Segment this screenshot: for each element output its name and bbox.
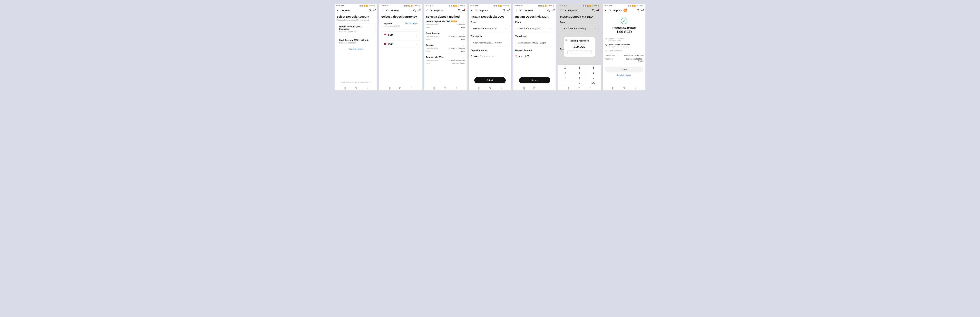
more-icon[interactable] [372,9,376,12]
android-nav-bar: ||| ◻ 〈 [513,86,556,90]
svg-point-16 [462,10,463,11]
method-wise[interactable]: Transfer via Wise Estimated Arrival5 min… [426,54,465,66]
screen-request-submitted: 18:41 ◎ ⋈ • ▧ ▨ 📶 📶 ⚡ 62%🔋 Deposit Reque… [603,4,646,90]
search-icon[interactable] [458,9,461,12]
back-button[interactable]: 〈 [365,86,368,90]
funding-history-link[interactable]: Funding History [337,48,375,50]
to-label: Transfer to [471,35,509,37]
recents-button[interactable]: ||| [344,87,346,89]
key-backspace[interactable]: ⌫ [586,80,601,86]
paynow-recent-card[interactable]: PayNow Recent Deposit(SGD) Deposit Again [381,20,420,29]
more-icon[interactable] [417,9,420,12]
home-button[interactable]: ◻ [488,87,491,89]
from-select[interactable]: DBS/POSB Bank (0042) [471,25,509,32]
account-card[interactable]: Margin Account (6732) - Securities 1008 … [337,23,375,35]
key-6[interactable]: 6 [586,70,601,75]
search-icon[interactable] [413,9,416,12]
page-title: Select a deposit currency [381,15,420,18]
from-select[interactable]: DBS/POSB Bank (0042) [515,25,554,32]
back-icon[interactable] [336,9,339,12]
key-3[interactable]: 3 [586,65,601,70]
currency-label: SGD [519,55,523,57]
flag-sg-icon [515,55,517,58]
back-button[interactable]: 〈 [410,86,412,90]
recents-button[interactable]: ||| [568,87,570,89]
method-dda[interactable]: Instant Deposit via DDAPopular Estimated… [426,18,465,30]
status-bar: 18:41 ◎ ⋈ • ▧ ▨ 📶 📶 ⚡ 62%🔋 [513,4,556,7]
back-icon[interactable] [381,9,384,12]
back-icon[interactable] [604,9,608,12]
submit-button[interactable]: Submit [474,77,506,83]
account-card[interactable]: Cash Account (9801) - Crypto 1008 2151 0… [337,37,375,46]
back-icon[interactable] [425,9,429,12]
amount-label: Deposit Amount [471,49,509,51]
method-paynow[interactable]: PayNow Estimated ArrivalNormally in 5 mi… [426,42,465,54]
numeric-keypad: 1 2 3 4 5 6 7 8 9 . 0 ⌫ [558,65,601,86]
back-button[interactable]: 〈 [544,86,547,90]
app-bar: Deposit [469,7,511,14]
home-button[interactable]: ◻ [355,87,357,89]
screen-select-currency: 18:41 ◎ ⋈ • ▧ ▨ 📶 📶 ⚡ 62%🔋 Deposit Selec… [379,4,422,90]
chevron-down-icon [550,28,552,30]
home-button[interactable]: ◻ [444,87,446,89]
more-icon[interactable] [462,9,465,12]
info-transfer-from: Transfer fromDBS/POSB Bank (0042) [605,54,643,57]
currency-card-usd[interactable]: USD [381,40,420,48]
back-button[interactable]: 〈 [455,86,457,90]
more-icon[interactable] [641,9,644,12]
close-icon[interactable] [609,9,612,12]
search-icon[interactable] [547,9,550,12]
key-5[interactable]: 5 [572,70,587,75]
key-2[interactable]: 2 [572,65,587,70]
back-button[interactable]: 〈 [500,86,502,90]
home-button[interactable]: ◻ [623,87,625,89]
recents-button[interactable]: ||| [612,87,614,89]
search-icon[interactable] [636,9,640,12]
more-icon[interactable] [551,9,555,12]
home-button[interactable]: ◻ [533,87,536,89]
search-icon[interactable] [502,9,506,12]
close-icon[interactable] [519,9,522,12]
key-7[interactable]: 7 [558,75,572,80]
submit-button[interactable]: Submit [519,77,550,83]
status-bar: 18:41 ◎ ⋈ • ▧ ▨ 📶 📶 ⚡ 62%🔋 [379,4,422,7]
applet-icon[interactable] [624,9,627,12]
timeline-dot-icon [605,50,607,52]
key-0[interactable]: 0 [572,80,587,86]
svg-point-14 [458,10,460,11]
recents-button[interactable]: ||| [523,87,525,89]
key-1[interactable]: 1 [558,65,572,70]
funding-history-link[interactable]: Funding History [605,74,643,76]
modal-close-icon[interactable]: ✕ [565,39,567,41]
close-icon[interactable] [474,9,478,12]
key-dot[interactable]: . [558,80,572,86]
close-icon[interactable] [385,9,388,12]
recents-button[interactable]: ||| [433,87,435,89]
search-icon[interactable] [368,9,371,12]
key-4[interactable]: 4 [558,70,572,75]
done-button[interactable]: Done [605,67,643,73]
home-button[interactable]: ◻ [578,87,580,89]
back-button[interactable]: 〈 [633,86,636,90]
key-9[interactable]: 9 [586,75,601,80]
svg-line-15 [460,11,460,11]
recents-button[interactable]: ||| [389,87,391,89]
currency-card-sgd[interactable]: SGD [381,31,420,38]
close-icon[interactable] [430,9,433,12]
notification-dot [420,9,421,10]
deposit-again-link[interactable]: Deposit Again [405,22,417,27]
back-icon[interactable] [515,9,518,12]
amount-input[interactable] [480,55,509,58]
recents-button[interactable]: ||| [478,87,480,89]
home-button[interactable]: ◻ [399,87,401,89]
key-8[interactable]: 8 [572,75,587,80]
more-icon[interactable] [507,9,510,12]
amount-label: Deposit Amount [515,49,554,51]
amount-input[interactable] [525,55,554,58]
method-bank-transfer[interactable]: Bank Transfer Estimated ArrivalNormally … [426,30,465,42]
svg-point-25 [509,10,509,11]
back-icon[interactable] [470,9,473,12]
password-cells[interactable] [566,50,593,54]
back-button[interactable]: 〈 [589,86,591,90]
success-title: Request Submitted [605,26,643,29]
